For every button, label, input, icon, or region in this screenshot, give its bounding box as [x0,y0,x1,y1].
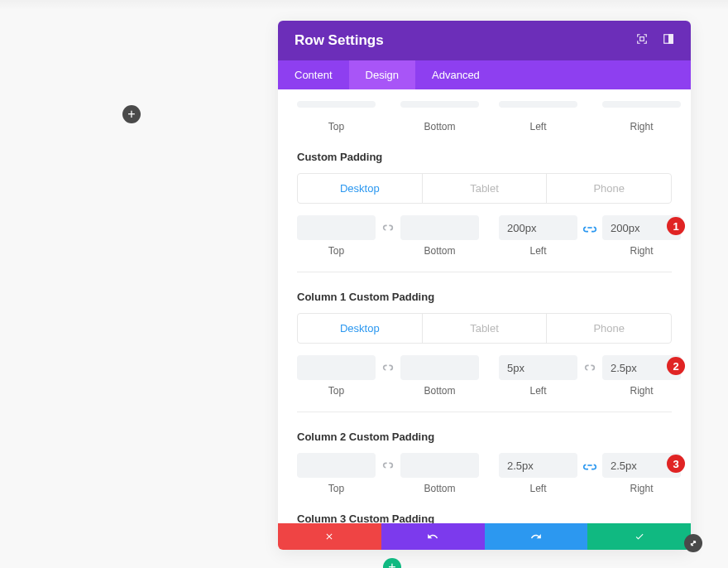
padding-left-input[interactable] [499,453,577,478]
link-icon[interactable] [582,223,597,233]
padding-bottom-input[interactable] [400,215,479,240]
link-icon[interactable] [582,460,597,470]
unlink-icon[interactable] [381,460,395,470]
tab-design[interactable]: Design [349,60,415,89]
label-top: Top [297,483,376,494]
add-section-button[interactable]: + [383,558,401,568]
label-left: Left [499,121,577,132]
padding-left-input[interactable] [499,215,577,240]
device-tab-desktop[interactable]: Desktop [298,314,423,343]
label-top: Top [297,245,376,257]
unlink-icon[interactable] [582,363,597,373]
label-left: Left [499,483,577,494]
section-title: Column 1 Custom Padding [297,291,672,303]
device-tabs: Desktop Tablet Phone [297,173,672,204]
device-tab-tablet[interactable]: Tablet [423,174,548,203]
redo-button[interactable] [485,523,588,550]
margin-top-input[interactable] [297,101,376,108]
panel-body: ⁔ ⁔ TopBottom LeftRight Custom Padding D… [278,89,691,523]
device-tabs: Desktop Tablet Phone [297,313,672,344]
label-top: Top [297,121,376,132]
device-tab-phone[interactable]: Phone [547,314,671,343]
section-column2-padding: Column 2 Custom Padding 3 TopBottom [297,431,672,494]
tab-content[interactable]: Content [278,60,349,89]
svg-rect-2 [669,35,673,44]
label-bottom: Bottom [400,121,479,132]
label-right: Right [602,483,681,494]
padding-bottom-input[interactable] [400,355,479,380]
unlink-icon[interactable] [381,363,395,373]
padding-top-input[interactable] [297,355,376,380]
svg-rect-0 [640,37,644,41]
label-right: Right [602,385,681,397]
add-module-button[interactable]: + [122,105,141,123]
section-title: Column 2 Custom Padding [297,431,672,443]
padding-top-input[interactable] [297,215,376,240]
device-tab-desktop[interactable]: Desktop [298,174,423,203]
snap-icon[interactable] [663,33,674,48]
section-column1-padding: Column 1 Custom Padding Desktop Tablet P… [297,291,672,412]
annotation-badge: 1 [667,217,685,235]
section-title: Column 3 Custom Padding [297,513,672,523]
device-tab-phone[interactable]: Phone [547,174,671,203]
label-bottom: Bottom [400,483,479,494]
margin-right-input[interactable] [602,101,681,108]
section-column3-padding: Column 3 Custom Padding 4 TopBottom [297,513,672,523]
annotation-badge: 3 [667,455,685,473]
fullscreen-icon[interactable] [636,33,648,48]
save-button[interactable] [587,523,691,550]
annotation-badge: 2 [667,357,685,375]
device-tab-tablet[interactable]: Tablet [423,314,548,343]
label-bottom: Bottom [400,385,479,397]
panel-footer [278,523,691,550]
margin-bottom-input[interactable] [400,101,479,108]
cancel-button[interactable] [278,523,381,550]
unlink-icon[interactable] [381,223,395,233]
tab-advanced[interactable]: Advanced [415,60,496,89]
tab-bar: Content Design Advanced [278,60,691,89]
label-left: Left [499,385,577,397]
label-right: Right [602,245,681,257]
margin-left-input[interactable] [499,101,577,108]
row-settings-panel: Row Settings Content Design Advanced ⁔ [278,21,691,550]
label-top: Top [297,385,376,397]
section-title: Custom Padding [297,151,672,163]
label-left: Left [499,245,577,257]
resize-handle[interactable] [684,534,702,552]
padding-bottom-input[interactable] [400,453,479,478]
panel-header: Row Settings [278,21,691,60]
padding-left-input[interactable] [499,355,577,380]
undo-button[interactable] [381,523,485,550]
label-right: Right [602,121,681,132]
section-custom-padding: Custom Padding Desktop Tablet Phone [297,151,672,272]
label-bottom: Bottom [400,245,479,257]
padding-top-input[interactable] [297,453,376,478]
panel-title: Row Settings [295,32,384,49]
